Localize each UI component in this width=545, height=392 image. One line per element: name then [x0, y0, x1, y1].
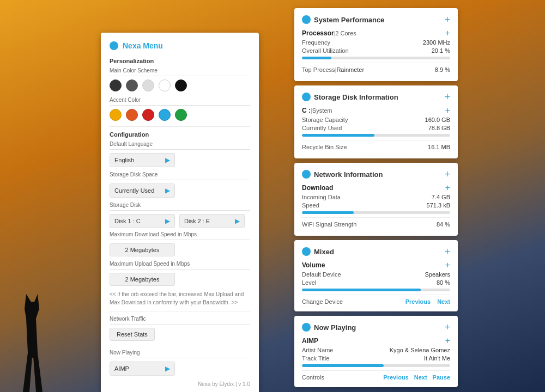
accent-green[interactable]: [175, 109, 187, 121]
utilization-row: Overall Utilization 20.1 %: [302, 47, 450, 54]
language-dropdown[interactable]: English ▶: [110, 153, 175, 167]
change-device-label: Change Device: [302, 298, 343, 305]
np-previous-btn[interactable]: Previous: [383, 374, 408, 381]
mixed-icon: [302, 247, 311, 256]
np-nav-btns: Previous Next Pause: [383, 374, 450, 381]
disk2-dropdown[interactable]: Disk 2 : E ▶: [179, 214, 245, 228]
np-expand-icon[interactable]: +: [444, 322, 450, 332]
disk1-dropdown[interactable]: Disk 1 : C ▶: [110, 214, 175, 228]
storage-title: Storage Disk Information: [314, 93, 398, 101]
default-device-label: Default Device: [302, 271, 341, 278]
storage-disk-label: Storage Disk: [110, 202, 250, 211]
top-process-label: Top Process: [302, 66, 335, 73]
disk-row: Disk 1 : C ▶ Disk 2 : E ▶: [110, 214, 250, 228]
storage-capacity-value: 160.0 GB: [425, 117, 450, 123]
level-value: 80 %: [437, 279, 450, 286]
np-controls-label: Controls: [302, 374, 324, 381]
frequency-label: Frequency: [302, 39, 330, 46]
background-silhouette: [16, 294, 49, 392]
mixed-plus[interactable]: +: [445, 261, 450, 270]
np-title-row: Now Playing: [302, 323, 356, 332]
np-sep: [302, 370, 450, 371]
np-controls-row: Controls Previous Next Pause: [302, 374, 450, 381]
color-dark[interactable]: [110, 79, 122, 91]
recycle-bin-value: 16.1 MB: [428, 144, 450, 150]
main-color-row: [110, 79, 250, 91]
volume-fill: [302, 289, 421, 291]
disk1-label: Disk 1 : C: [114, 218, 141, 224]
track-progress: [302, 364, 450, 367]
accent-blue[interactable]: [159, 109, 171, 121]
network-progress: [302, 211, 450, 214]
default-device-value: Speakers: [425, 271, 450, 278]
network-plus[interactable]: +: [445, 183, 450, 192]
mixed-next-btn[interactable]: Next: [437, 298, 450, 305]
artist-value: Kygo & Selena Gomez: [390, 347, 450, 353]
now-playing-selected: AIMP: [114, 365, 129, 372]
storage-progress: [302, 134, 450, 137]
disk2-label: Disk 2 : E: [184, 218, 210, 224]
reset-stats-btn[interactable]: Reset Stats: [110, 328, 155, 341]
now-playing-dropdown[interactable]: AIMP ▶: [110, 362, 175, 376]
track-fill: [302, 364, 384, 367]
mixed-sep: [302, 295, 450, 295]
mixed-previous-btn[interactable]: Previous: [405, 298, 431, 305]
color-white[interactable]: [159, 79, 171, 91]
download-label: Download: [302, 184, 333, 192]
mixed-title-row: Mixed: [302, 247, 334, 256]
color-light[interactable]: [142, 79, 154, 91]
processor-label: Processor: [302, 29, 334, 37]
storage-disk-space-label: Storage Disk Space: [110, 171, 250, 180]
network-expand-icon[interactable]: +: [444, 169, 450, 179]
language-dropdown-row: English ▶: [110, 153, 250, 167]
main-color-scheme-label: Main Color Scheme: [110, 68, 250, 76]
np-header: Now Playing +: [302, 322, 450, 332]
panel-header: Nexa Menu: [110, 41, 250, 50]
np-pause-btn[interactable]: Pause: [433, 374, 450, 381]
storage-expand-icon[interactable]: +: [444, 92, 450, 102]
top-process-value: 8.9 %: [435, 66, 450, 73]
volume-label: Volume: [302, 261, 325, 269]
wifi-row: WiFi Signal Strength 84 %: [302, 221, 450, 228]
accent-orange[interactable]: [126, 109, 138, 121]
configuration-section: Configuration Default Language English ▶…: [110, 131, 250, 376]
accent-color-row: [110, 109, 250, 121]
divider-2: [110, 311, 250, 311]
network-info-card: Network Information + Download + Incomin…: [294, 163, 458, 236]
wifi-value: 84 %: [437, 221, 450, 228]
utilization-label: Overall Utilization: [302, 47, 349, 54]
level-label: Level: [302, 279, 316, 286]
storage-plus[interactable]: +: [445, 106, 450, 115]
max-upload-row: 2 Megabytes: [110, 273, 250, 286]
speed-value: 571.3 kB: [427, 202, 450, 209]
system-perf-header: System Performance +: [302, 15, 450, 24]
now-playing-card: Now Playing + AIMP + Artist Name Kygo & …: [294, 316, 458, 387]
incoming-data-value: 7.4 GB: [432, 194, 450, 200]
np-plus[interactable]: +: [445, 336, 450, 345]
color-dark2[interactable]: [126, 79, 138, 91]
nexa-logo-icon: [110, 41, 118, 50]
accent-red[interactable]: [142, 109, 154, 121]
np-next-btn[interactable]: Next: [414, 374, 427, 381]
utilization-fill: [302, 57, 331, 59]
storage-space-dropdown[interactable]: Currently Used ▶: [110, 183, 175, 198]
processor-value: 2 Cores: [335, 30, 356, 36]
system-perf-expand-icon[interactable]: +: [444, 15, 450, 24]
network-traffic-label: Network Traffic: [110, 316, 250, 324]
configuration-label: Configuration: [110, 131, 250, 138]
mixed-expand-icon[interactable]: +: [444, 247, 450, 256]
max-download-btn[interactable]: 2 Megabytes: [110, 243, 175, 256]
right-panels: System Performance + Processor | 2 Cores…: [294, 8, 458, 387]
storage-title-row: Storage Disk Information: [302, 93, 398, 101]
volume-row: Volume +: [302, 261, 450, 270]
network-fill: [302, 211, 354, 214]
drive-value: System: [312, 107, 332, 114]
expand-plus-right-1[interactable]: +: [445, 29, 450, 38]
color-black[interactable]: [175, 79, 187, 91]
storage-capacity-row: Storage Capacity 160.0 GB: [302, 117, 450, 123]
accent-gold[interactable]: [110, 109, 122, 121]
max-download-label: Maximum Download Speed in Mbps: [110, 231, 250, 240]
max-upload-btn[interactable]: 2 Megabytes: [110, 273, 175, 286]
network-header: Network Information +: [302, 169, 450, 179]
network-icon: [302, 170, 311, 179]
